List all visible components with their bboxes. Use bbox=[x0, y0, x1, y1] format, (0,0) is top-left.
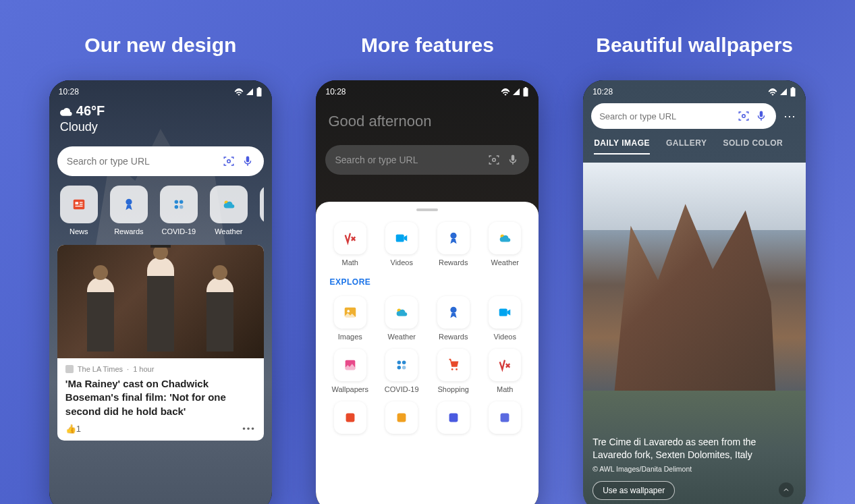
wifi-icon bbox=[768, 88, 777, 96]
svg-point-19 bbox=[450, 233, 456, 239]
news-like-button[interactable]: 👍1 bbox=[65, 424, 81, 434]
mic-icon[interactable] bbox=[506, 153, 520, 167]
videos-icon bbox=[489, 296, 521, 329]
app-item[interactable]: Rewards bbox=[430, 222, 476, 267]
svg-rect-35 bbox=[449, 414, 458, 422]
sheet-handle[interactable] bbox=[416, 208, 438, 211]
app-icon-a bbox=[334, 401, 366, 434]
wallpapers-icon bbox=[334, 349, 366, 381]
app-item[interactable] bbox=[430, 401, 476, 438]
app-label: Rewards bbox=[439, 258, 468, 267]
svg-rect-0 bbox=[256, 88, 261, 96]
overflow-menu-icon[interactable]: ⋯ bbox=[781, 109, 798, 123]
svg-point-9 bbox=[174, 200, 178, 204]
app-label: Videos bbox=[391, 258, 413, 267]
quick-link-label: News bbox=[70, 227, 88, 235]
mic-icon[interactable] bbox=[241, 155, 254, 168]
app-item[interactable] bbox=[482, 401, 528, 438]
quick-link-item[interactable]: Rewards bbox=[107, 186, 150, 235]
phone-mock-3: 10:28 bbox=[583, 80, 806, 504]
svg-point-39 bbox=[742, 115, 746, 118]
app-label: Math bbox=[342, 258, 358, 267]
svg-point-31 bbox=[451, 368, 453, 370]
app-label: Rewards bbox=[439, 333, 468, 341]
search-bar[interactable] bbox=[325, 145, 529, 175]
app-item[interactable]: Wallpapers bbox=[327, 349, 373, 393]
app-label: Images bbox=[338, 333, 362, 341]
quick-link-item[interactable]: Weather bbox=[207, 186, 250, 235]
quick-link-label: Rewards bbox=[114, 227, 143, 235]
wallpaper-preview[interactable]: Tre Cime di Lavaredo as seen from the La… bbox=[583, 163, 806, 504]
news-card[interactable]: The LA Times · 1 hour 'Ma Rainey' cast o… bbox=[57, 245, 264, 441]
bottom-sheet[interactable]: MathVideosRewardsWeather EXPLORE ImagesW… bbox=[316, 202, 539, 504]
svg-rect-6 bbox=[80, 204, 83, 204]
svg-point-12 bbox=[180, 205, 184, 209]
battery-icon bbox=[790, 87, 796, 96]
app-item[interactable]: Weather bbox=[482, 222, 528, 267]
scan-icon[interactable] bbox=[487, 153, 501, 167]
app-item[interactable] bbox=[379, 401, 425, 438]
explore-section-title: EXPLORE bbox=[329, 277, 528, 287]
chevron-up-icon[interactable] bbox=[779, 482, 794, 497]
news-more-icon[interactable]: ••• bbox=[242, 424, 256, 434]
svg-rect-3 bbox=[74, 200, 85, 210]
app-label: Videos bbox=[494, 333, 516, 341]
mic-icon[interactable] bbox=[754, 109, 768, 123]
heading-wallpapers: Beautiful wallpapers bbox=[596, 34, 793, 57]
svg-rect-38 bbox=[792, 87, 794, 88]
svg-point-17 bbox=[493, 159, 496, 162]
news-source-icon bbox=[65, 365, 74, 373]
app-item[interactable]: Rewards bbox=[430, 296, 476, 341]
app-label: Weather bbox=[491, 258, 519, 267]
search-input[interactable] bbox=[599, 111, 733, 121]
quick-link-item[interactable]: COVID-19 bbox=[157, 186, 200, 235]
quick-link-item[interactable]: S bbox=[257, 186, 264, 235]
app-item[interactable]: Videos bbox=[482, 296, 528, 341]
search-input[interactable] bbox=[67, 156, 217, 167]
app-icon-c bbox=[437, 401, 470, 434]
phone-mock-1: 10:28 46°F Cloudy bbox=[49, 80, 272, 504]
search-input[interactable] bbox=[335, 155, 482, 165]
weather-condition: Cloudy bbox=[60, 120, 264, 134]
scan-icon[interactable] bbox=[222, 155, 236, 168]
search-bar[interactable] bbox=[591, 103, 776, 129]
svg-point-27 bbox=[397, 361, 402, 365]
quick-link-label: COVID-19 bbox=[161, 227, 196, 235]
wallpaper-tab[interactable]: DAILY IMAGE bbox=[594, 138, 650, 155]
weather-widget[interactable]: 46°F Cloudy bbox=[57, 103, 264, 134]
battery-icon bbox=[522, 87, 529, 96]
app-item[interactable]: Images bbox=[327, 296, 373, 341]
svg-rect-33 bbox=[346, 414, 354, 422]
app-icon-b bbox=[385, 401, 418, 434]
explore-apps-grid: ImagesWeatherRewardsVideosWallpapersCOVI… bbox=[327, 296, 528, 438]
svg-point-8 bbox=[126, 199, 132, 205]
svg-rect-5 bbox=[80, 202, 83, 202]
svg-point-10 bbox=[180, 200, 184, 204]
use-wallpaper-button[interactable]: Use as wallpaper bbox=[592, 481, 675, 500]
app-item[interactable]: Videos bbox=[379, 222, 425, 267]
app-item[interactable]: Math bbox=[327, 222, 373, 267]
app-icon-d bbox=[489, 401, 521, 434]
wallpaper-tab[interactable]: SOLID COLOR bbox=[723, 138, 783, 155]
rewards-icon bbox=[110, 186, 148, 223]
svg-point-28 bbox=[402, 361, 406, 365]
app-label: Math bbox=[497, 385, 513, 393]
wallpaper-title: Tre Cime di Lavaredo as seen from the La… bbox=[592, 436, 796, 462]
app-item[interactable]: COVID-19 bbox=[379, 349, 425, 393]
svg-rect-34 bbox=[397, 414, 406, 422]
math-icon bbox=[489, 349, 521, 381]
wallpaper-tab[interactable]: GALLERY bbox=[666, 138, 707, 155]
app-item[interactable] bbox=[327, 401, 373, 438]
app-item[interactable]: Weather bbox=[379, 296, 425, 341]
svg-point-24 bbox=[450, 307, 456, 313]
svg-rect-18 bbox=[396, 235, 404, 242]
search-bar[interactable] bbox=[57, 146, 264, 176]
weather-icon bbox=[489, 222, 521, 254]
heading-features: More features bbox=[361, 34, 494, 57]
quick-link-item[interactable]: News bbox=[57, 186, 101, 235]
app-item[interactable]: Math bbox=[482, 349, 528, 393]
scan-icon[interactable] bbox=[737, 109, 750, 123]
svg-point-30 bbox=[402, 366, 406, 370]
app-item[interactable]: Shopping bbox=[430, 349, 476, 393]
signal-icon bbox=[779, 88, 788, 96]
